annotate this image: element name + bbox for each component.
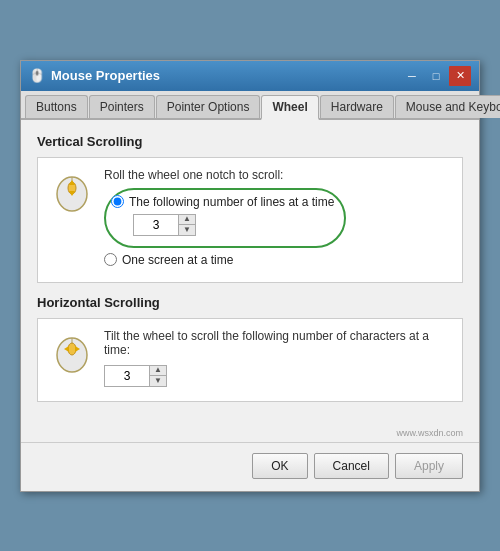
tab-wheel[interactable]: Wheel [261, 95, 318, 120]
vertical-scroll-box: Roll the wheel one notch to scroll: The … [37, 157, 463, 283]
cancel-button[interactable]: Cancel [314, 453, 389, 479]
close-button[interactable]: ✕ [449, 66, 471, 86]
radio-screen-row: One screen at a time [104, 253, 450, 267]
maximize-button[interactable]: □ [425, 66, 447, 86]
scroll-mouse-icon [50, 168, 94, 212]
window-icon: 🖱️ [29, 68, 45, 84]
window-title: Mouse Properties [51, 68, 160, 83]
watermark: www.wsxdn.com [21, 428, 479, 442]
radio-lines-label[interactable]: The following number of lines at a time [129, 195, 334, 209]
chars-spinner-row: ▲ ▼ [104, 365, 450, 387]
chars-value-input[interactable] [104, 365, 150, 387]
tab-mouse-keyboard-center[interactable]: Mouse and Keyboard Center [395, 95, 500, 118]
title-bar-left: 🖱️ Mouse Properties [29, 68, 160, 84]
hscroll-description: Tilt the wheel to scroll the following n… [104, 329, 450, 357]
vertical-scroll-options: Roll the wheel one notch to scroll: The … [104, 168, 450, 272]
lines-spinner-buttons: ▲ ▼ [179, 214, 196, 236]
tab-pointers[interactable]: Pointers [89, 95, 155, 118]
radio-screen[interactable] [104, 253, 117, 266]
radio-lines[interactable] [111, 195, 124, 208]
hscroll-mouse-icon [50, 329, 94, 373]
minimize-button[interactable]: ─ [401, 66, 423, 86]
ok-button[interactable]: OK [252, 453, 307, 479]
horizontal-scroll-row: Tilt the wheel to scroll the following n… [50, 329, 450, 391]
tab-pointer-options[interactable]: Pointer Options [156, 95, 261, 118]
vertical-scroll-title: Vertical Scrolling [37, 134, 463, 149]
tab-hardware[interactable]: Hardware [320, 95, 394, 118]
horizontal-scroll-box: Tilt the wheel to scroll the following n… [37, 318, 463, 402]
lines-decrement-button[interactable]: ▼ [179, 225, 195, 235]
radio-lines-row: The following number of lines at a time [111, 195, 334, 209]
roll-label: Roll the wheel one notch to scroll: [104, 168, 450, 182]
lines-spinner-row: ▲ ▼ [133, 214, 334, 236]
radio-screen-label[interactable]: One screen at a time [122, 253, 233, 267]
horizontal-scroll-options: Tilt the wheel to scroll the following n… [104, 329, 450, 391]
apply-button[interactable]: Apply [395, 453, 463, 479]
chars-spinner-buttons: ▲ ▼ [150, 365, 167, 387]
horizontal-scroll-title: Horizontal Scrolling [37, 295, 463, 310]
tab-bar: Buttons Pointers Pointer Options Wheel H… [21, 91, 479, 120]
title-bar: 🖱️ Mouse Properties ─ □ ✕ [21, 61, 479, 91]
lines-value-input[interactable] [133, 214, 179, 236]
title-controls: ─ □ ✕ [401, 66, 471, 86]
tab-content: Vertical Scrolling [21, 120, 479, 428]
chars-increment-button[interactable]: ▲ [150, 366, 166, 377]
svg-point-7 [68, 343, 76, 355]
chars-decrement-button[interactable]: ▼ [150, 376, 166, 386]
lines-increment-button[interactable]: ▲ [179, 215, 195, 226]
footer: OK Cancel Apply [21, 442, 479, 491]
mouse-properties-window: 🖱️ Mouse Properties ─ □ ✕ Buttons Pointe… [20, 60, 480, 492]
tab-buttons[interactable]: Buttons [25, 95, 88, 118]
vertical-scroll-row: Roll the wheel one notch to scroll: The … [50, 168, 450, 272]
